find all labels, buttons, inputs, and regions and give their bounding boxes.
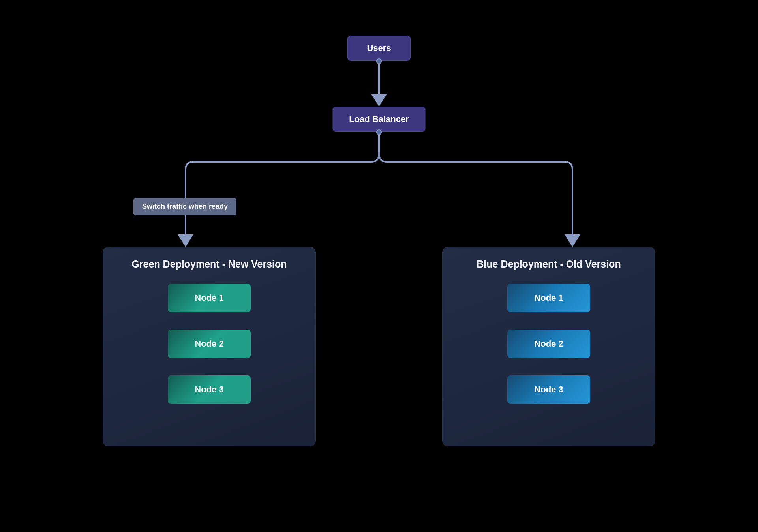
green-node-1-label: Node 1 [195,293,223,303]
green-node-2: Node 2 [168,330,251,358]
load-balancer-label: Load Balancer [349,114,409,124]
blue-green-deployment-diagram: Users Load Balancer Switch traffic when … [103,36,655,470]
green-node-1: Node 1 [168,284,251,312]
blue-deployment-container: Blue Deployment - Old Version Node 1 Nod… [442,247,655,446]
green-node-list: Node 1 Node 2 Node 3 [111,284,308,404]
green-deployment-container: Green Deployment - New Version Node 1 No… [103,247,316,446]
users-label: Users [367,43,391,53]
switch-traffic-text: Switch traffic when ready [142,202,228,211]
load-balancer-connector-dot [376,129,382,135]
green-deployment-title: Green Deployment - New Version [111,259,308,270]
load-balancer-node: Load Balancer [333,107,426,132]
blue-node-list: Node 1 Node 2 Node 3 [450,284,647,404]
blue-deployment-title: Blue Deployment - Old Version [450,259,647,270]
green-node-3: Node 3 [168,375,251,404]
blue-node-2-label: Node 2 [534,339,563,349]
green-node-3-label: Node 3 [195,384,223,395]
blue-node-2: Node 2 [507,330,590,358]
blue-node-3: Node 3 [507,375,590,404]
blue-node-1: Node 1 [507,284,590,312]
blue-node-1-label: Node 1 [534,293,563,303]
green-node-2-label: Node 2 [195,339,223,349]
switch-traffic-label: Switch traffic when ready [133,198,236,215]
users-node: Users [347,36,411,61]
users-connector-dot [376,58,382,64]
blue-node-3-label: Node 3 [534,384,563,395]
